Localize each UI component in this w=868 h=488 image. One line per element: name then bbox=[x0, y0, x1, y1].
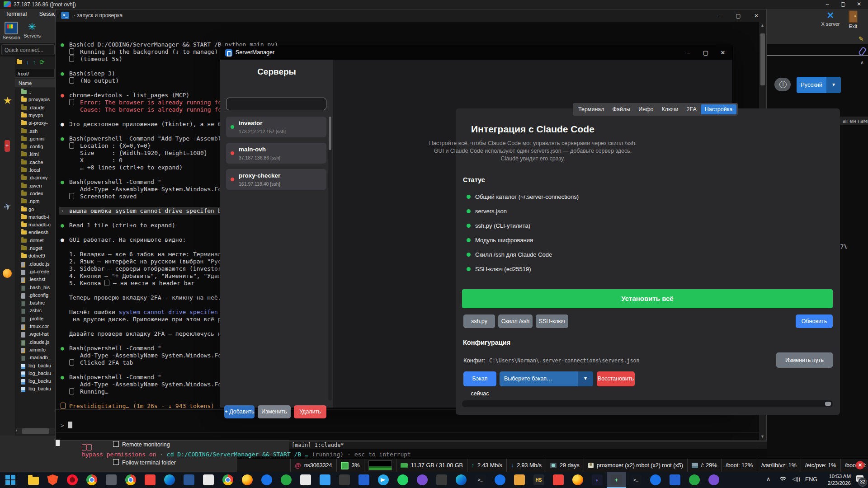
tab-Файлы[interactable]: Файлы bbox=[609, 104, 635, 114]
taskbar-app-icon-chrome[interactable] bbox=[121, 472, 140, 488]
file-row[interactable]: .dotnet bbox=[15, 237, 55, 245]
file-row[interactable]: .gemini bbox=[15, 136, 55, 143]
language-dropdown-arrow[interactable]: ▾ bbox=[826, 77, 841, 93]
file-row[interactable]: .kimi bbox=[15, 151, 55, 159]
tab-Ключи[interactable]: Ключи bbox=[657, 104, 682, 114]
server-search-input[interactable] bbox=[226, 98, 326, 110]
file-row[interactable]: proxyapis bbox=[15, 96, 55, 104]
taskbar-app-icon-navy-app[interactable] bbox=[179, 472, 198, 488]
language-indicator[interactable]: ENG bbox=[805, 476, 817, 483]
file-row[interactable]: .bash_his bbox=[15, 284, 55, 292]
taskbar-app-icon-page-app[interactable] bbox=[198, 472, 218, 488]
taskbar-app-icon-telegram[interactable] bbox=[373, 472, 393, 488]
file-row[interactable]: .bashrc bbox=[15, 300, 55, 307]
file-row[interactable]: mariadb-i bbox=[15, 214, 55, 221]
taskbar-app-icon-page-app[interactable] bbox=[296, 472, 315, 488]
taskbar-app-icon-red-app[interactable] bbox=[548, 472, 568, 488]
file-row[interactable]: .. bbox=[15, 89, 55, 96]
quick-connect-input[interactable]: Quick connect... bbox=[1, 44, 55, 55]
tab-2FA[interactable]: 2FA bbox=[683, 104, 701, 114]
sm-close-button[interactable]: ✕ bbox=[715, 48, 731, 58]
taskbar-app-icon-explorer-folder[interactable] bbox=[24, 472, 43, 488]
file-row[interactable]: .viminfo bbox=[15, 347, 55, 354]
file-row[interactable]: .wget-hst bbox=[15, 331, 55, 338]
file-row[interactable]: .git-crede bbox=[15, 268, 55, 276]
file-row[interactable]: log_backu bbox=[15, 362, 55, 370]
ssh-key-button[interactable]: SSH-ключ bbox=[536, 314, 568, 328]
taskbar-app-icon-purple-app[interactable] bbox=[704, 472, 723, 488]
file-row[interactable]: .lesshst bbox=[15, 276, 55, 284]
file-row[interactable]: .cache bbox=[15, 159, 55, 167]
exit-button[interactable]: Exit bbox=[843, 9, 863, 29]
delete-server-button[interactable]: Удалить bbox=[294, 405, 326, 418]
taskbar-app-icon-dark-app[interactable] bbox=[335, 472, 354, 488]
taskbar-app-icon-red-app[interactable] bbox=[140, 472, 160, 488]
chevron-down-icon[interactable]: ▾ bbox=[578, 371, 593, 386]
taskbar-app-icon-blue-square[interactable] bbox=[354, 472, 373, 488]
taskbar-app-icon-chrome[interactable] bbox=[82, 472, 101, 488]
taskbar-app-icon-blue-app[interactable] bbox=[257, 472, 276, 488]
x-server-button[interactable]: ✕ X server bbox=[820, 9, 841, 27]
wifi-icon[interactable] bbox=[779, 477, 787, 482]
file-row[interactable]: .claude bbox=[15, 104, 55, 112]
file-row[interactable]: .zshrc bbox=[15, 307, 55, 315]
file-row[interactable]: go bbox=[15, 206, 55, 214]
globe-icon[interactable] bbox=[3, 269, 12, 278]
tray-chevron-icon[interactable]: ∧ bbox=[766, 476, 770, 482]
start-button[interactable] bbox=[5, 475, 15, 485]
notification-badge[interactable]: 32 bbox=[858, 478, 867, 487]
taskbar-app-icon-firefox[interactable] bbox=[568, 472, 587, 488]
sm-minimize-button[interactable]: – bbox=[681, 48, 696, 58]
file-row[interactable]: .codex bbox=[15, 190, 55, 198]
file-row[interactable]: .claude.js bbox=[15, 339, 55, 347]
scroll-up-arrow[interactable]: ▲ bbox=[760, 23, 764, 28]
taskbar-app-icon-edge[interactable] bbox=[451, 472, 471, 488]
taskbar-app-icon-chrome[interactable] bbox=[218, 472, 237, 488]
taskbar-app-icon-blue-app[interactable] bbox=[646, 472, 665, 488]
scrollbar-thumb[interactable] bbox=[825, 402, 831, 406]
terminal-minimize-button[interactable]: – bbox=[712, 11, 728, 20]
tab-Терминал[interactable]: Терминал bbox=[574, 104, 609, 114]
file-row[interactable]: log_backu bbox=[15, 370, 55, 378]
scroll-up-arrow[interactable]: ∧ bbox=[860, 60, 864, 66]
taskbar-app-icon-terminal-app[interactable]: >_ bbox=[626, 472, 646, 488]
favorites-star-icon[interactable]: ★ bbox=[0, 95, 15, 107]
file-list-header[interactable]: Name bbox=[15, 79, 55, 88]
backup-select-dropdown[interactable]: Выберите бэкап… ▾ bbox=[500, 371, 593, 386]
mobaxterm-maximize-button[interactable]: ▢ bbox=[836, 0, 850, 8]
tab-Настройка[interactable]: Настройка bbox=[701, 104, 737, 114]
servers-button[interactable]: ✳ Servers bbox=[22, 21, 42, 38]
backup-now-button[interactable]: Бэкап сейчас bbox=[463, 371, 496, 386]
restore-button[interactable]: Восстановить bbox=[597, 371, 635, 386]
taskbar-app-icon-whatsapp[interactable] bbox=[393, 472, 412, 488]
taskbar-app-icon-mobaxterm-active[interactable]: ✦ bbox=[607, 472, 626, 488]
taskbar-app-icon-brave[interactable] bbox=[43, 472, 62, 488]
file-row[interactable]: .ssh bbox=[15, 128, 55, 136]
file-row[interactable]: .claude.js bbox=[15, 261, 55, 268]
menu-terminal[interactable]: Terminal bbox=[0, 9, 32, 19]
paper-plane-icon[interactable]: ✈ bbox=[0, 199, 16, 214]
refresh-button[interactable]: Обновить bbox=[796, 314, 833, 328]
mobaxterm-minimize-button[interactable]: – bbox=[821, 0, 834, 8]
edit-pencil-icon[interactable]: ✎ bbox=[859, 35, 864, 42]
install-all-button[interactable]: Установить всё bbox=[462, 289, 833, 308]
taskbar-app-icon-gray-app[interactable] bbox=[101, 472, 121, 488]
sm-maximize-button[interactable]: ▢ bbox=[698, 48, 713, 58]
download-icon[interactable]: ↓ bbox=[26, 59, 29, 66]
file-row[interactable]: .di-proxy bbox=[15, 174, 55, 182]
file-path-input[interactable]: /root/ bbox=[15, 69, 55, 78]
file-row[interactable]: .local bbox=[15, 167, 55, 174]
taskbar-app-icon-terminal-app[interactable]: >_ bbox=[471, 472, 490, 488]
taskbar-app-icon-hs-app[interactable]: HS bbox=[529, 472, 548, 488]
file-row[interactable]: .tmux.cor bbox=[15, 323, 55, 331]
terminal-close-button[interactable]: ✕ bbox=[749, 11, 764, 20]
file-row[interactable]: mariadb-c bbox=[15, 221, 55, 229]
server-item-investor[interactable]: investor173.212.212.157 [ssh] bbox=[226, 117, 326, 137]
folder-up-icon[interactable] bbox=[17, 60, 22, 64]
file-row[interactable]: .mariadb_ bbox=[15, 354, 55, 362]
taskbar-app-icon-firefox[interactable] bbox=[237, 472, 257, 488]
close-monitoring-button[interactable]: ✕ bbox=[856, 461, 864, 469]
file-row[interactable]: ai-proxy- bbox=[15, 120, 55, 127]
skill-ssh-button[interactable]: Скилл /ssh bbox=[498, 314, 533, 328]
taskbar-app-icon-purple-app[interactable] bbox=[412, 472, 432, 488]
